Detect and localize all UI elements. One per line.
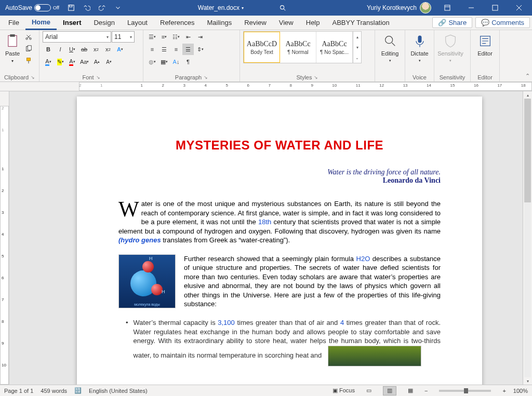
tab-mailings[interactable]: Mailings	[201, 16, 238, 30]
tab-abbyy[interactable]: ABBYY Translation	[326, 16, 396, 30]
strikethrough-button[interactable]: ab	[78, 44, 90, 55]
shading-button[interactable]: ◍▾	[147, 56, 158, 67]
underline-button[interactable]: U▾	[66, 44, 78, 55]
status-words[interactable]: 459 words	[41, 388, 67, 394]
style-no-spacing[interactable]: AaBbCc¶ No Spac...	[316, 32, 353, 63]
tab-home[interactable]: Home	[25, 16, 57, 30]
tab-help[interactable]: Help	[300, 16, 326, 30]
scroll-down-icon[interactable]: ▾	[523, 377, 532, 385]
paragraph-launcher-icon[interactable]: ↘	[204, 75, 208, 80]
bullets-button[interactable]: ☰▾	[147, 31, 158, 43]
user-account[interactable]: Yuriy Korotkevych	[363, 2, 435, 13]
undo-icon[interactable]	[79, 0, 95, 16]
print-layout-icon[interactable]: ▥	[383, 386, 396, 395]
document-title[interactable]: Water_en.docx ▾	[198, 4, 244, 11]
decrease-indent-button[interactable]: ⇤	[182, 31, 194, 43]
increase-indent-button[interactable]: ⇥	[194, 31, 206, 43]
paste-button[interactable]: Paste ▾	[3, 31, 22, 66]
style-normal[interactable]: AaBbCc¶ Normal	[280, 32, 316, 63]
font-color2-button[interactable]: A▾	[66, 56, 78, 67]
web-layout-icon[interactable]: ▦	[404, 386, 417, 395]
zoom-in-button[interactable]: +	[502, 388, 506, 394]
comments-button[interactable]: 💬Comments	[475, 17, 530, 28]
doc-para-2[interactable]: H H молекула воды Further research showe…	[118, 254, 441, 309]
qaт-dropdown-icon[interactable]	[110, 0, 126, 16]
font-size-combo[interactable]: 11▾	[112, 31, 135, 43]
share-button[interactable]: 🔗Share	[432, 17, 472, 28]
close-icon[interactable]	[507, 0, 531, 16]
autosave-toggle[interactable]: AutoSave Off	[1, 4, 63, 11]
font-launcher-icon[interactable]: ↘	[96, 75, 100, 80]
clipboard-launcher-icon[interactable]: ↘	[31, 75, 35, 80]
document-page[interactable]: MYSTERIES OF WATER AND LIFE Water is the…	[77, 97, 482, 385]
tab-view[interactable]: View	[273, 16, 300, 30]
dictate-button[interactable]: Dictate▾	[408, 31, 431, 65]
subscript-button[interactable]: x2	[90, 44, 102, 55]
redo-icon[interactable]	[95, 0, 110, 16]
zoom-level[interactable]: 100%	[513, 388, 528, 394]
ribbon-display-icon[interactable]	[435, 0, 459, 16]
scroll-up-icon[interactable]: ▴	[523, 91, 532, 99]
tab-references[interactable]: References	[154, 16, 201, 30]
document-canvas[interactable]: MYSTERIES OF WATER AND LIFE Water is the…	[9, 91, 523, 385]
change-case-button[interactable]: Aa▾	[78, 56, 90, 67]
styles-gallery[interactable]: AaBbCcDBody Text AaBbCc¶ Normal AaBbCc¶ …	[243, 31, 362, 63]
zoom-out-button[interactable]: −	[424, 388, 428, 394]
scroll-thumb[interactable]	[524, 99, 531, 202]
styles-up-icon[interactable]: ▴	[353, 32, 361, 42]
status-language[interactable]: English (United States)	[89, 388, 148, 394]
hyperlink[interactable]: 18th	[258, 218, 271, 226]
styles-more-icon[interactable]: ⌄	[353, 52, 361, 63]
vertical-scrollbar[interactable]: ▴ ▾	[523, 91, 532, 385]
align-right-button[interactable]: ≡	[170, 44, 182, 55]
ruler-horizontal[interactable]: 21123456789101112131415161718	[0, 82, 532, 91]
doc-title[interactable]: MYSTERIES OF WATER AND LIFE	[118, 138, 441, 153]
italic-button[interactable]: I	[55, 44, 66, 55]
search-icon[interactable]	[275, 0, 290, 16]
read-mode-icon[interactable]: ▭	[362, 386, 376, 395]
text-effects-button[interactable]: A▾	[114, 44, 126, 55]
tab-design[interactable]: Design	[87, 16, 121, 30]
format-painter-icon[interactable]	[23, 55, 34, 66]
sort-button[interactable]: A↓	[170, 56, 182, 67]
font-color-button[interactable]: A▾	[43, 56, 54, 67]
forest-image[interactable]	[328, 346, 421, 366]
hyperlink[interactable]: H2O	[356, 255, 370, 263]
align-center-button[interactable]: ☰	[158, 44, 170, 55]
tab-file[interactable]: File	[2, 16, 25, 30]
styles-launcher-icon[interactable]: ↘	[314, 75, 318, 80]
minimize-icon[interactable]	[459, 0, 483, 16]
doc-bullet-1[interactable]: • Water’s thermal capacity is 3,100 time…	[118, 318, 441, 366]
doc-author[interactable]: Leonardo da Vinci	[118, 176, 441, 185]
font-name-combo[interactable]: Arial▾	[43, 31, 111, 43]
shrink-font-button[interactable]: A▾	[103, 56, 114, 67]
superscript-button[interactable]: x2	[102, 44, 114, 55]
spellcheck-icon[interactable]: 🔡	[74, 387, 82, 394]
status-page[interactable]: Page 1 of 1	[4, 388, 33, 394]
tab-layout[interactable]: Layout	[121, 16, 154, 30]
grow-font-button[interactable]: A▴	[91, 56, 102, 67]
line-spacing-button[interactable]: ⇕▾	[194, 44, 206, 55]
align-justify-button[interactable]: ☰	[182, 44, 194, 55]
editing-button[interactable]: Editing▾	[378, 31, 402, 65]
copy-icon[interactable]	[23, 43, 34, 54]
align-left-button[interactable]: ≡	[147, 44, 158, 55]
ruler-vertical[interactable]: 2112345678910	[0, 91, 9, 385]
highlight-button[interactable]: ✎▾	[55, 56, 66, 67]
tab-review[interactable]: Review	[238, 16, 273, 30]
collapse-ribbon-icon[interactable]: ⌃	[525, 73, 530, 79]
focus-mode-button[interactable]: ▣ Focus	[332, 387, 355, 394]
styles-down-icon[interactable]: ▾	[353, 42, 361, 52]
molecule-image[interactable]: H H молекула воды	[118, 254, 176, 308]
editor-button[interactable]: Editor	[474, 31, 496, 59]
hyperlink[interactable]: 3,100	[218, 319, 235, 326]
doc-dropdown-icon[interactable]: ▾	[242, 6, 244, 10]
doc-para-1[interactable]: Water is one of the most unique and myst…	[118, 199, 441, 245]
bold-button[interactable]: B	[43, 44, 54, 55]
style-body-text[interactable]: AaBbCcDBody Text	[244, 32, 280, 63]
hyperlink[interactable]: (hydro genes	[118, 236, 161, 244]
save-icon[interactable]	[63, 0, 79, 16]
numbering-button[interactable]: ≡▾	[158, 31, 170, 43]
show-marks-button[interactable]: ¶	[182, 56, 194, 67]
doc-quote[interactable]: Water is the driving force of all nature…	[118, 168, 441, 176]
